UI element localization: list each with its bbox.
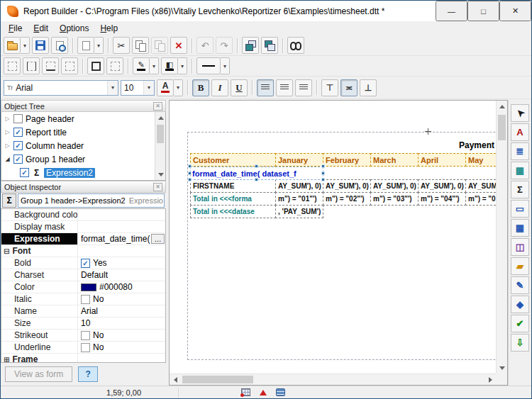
collapse-arrow-icon[interactable]: [260, 390, 267, 395]
italic-button[interactable]: I: [211, 79, 228, 96]
frame-box-button[interactable]: [87, 57, 104, 74]
line-style-button[interactable]: [196, 57, 221, 74]
detail-cell[interactable]: AY_SUM'), 0): [275, 179, 323, 193]
scroll-down-icon[interactable]: [155, 169, 166, 180]
tree-item-report-title[interactable]: ▷ ✓ Report title: [1, 125, 165, 139]
property-row-display-mask[interactable]: Display mask: [1, 221, 165, 233]
object-selector-combo[interactable]: Group 1 header->Expression2 Expressio ▾: [18, 193, 165, 208]
align-left-button[interactable]: [257, 79, 274, 96]
scrollbar-thumb[interactable]: [498, 115, 506, 140]
tree-item-page-header[interactable]: ▷ Page header: [1, 112, 165, 125]
footer-cell[interactable]: m") = "01"'): [275, 192, 323, 206]
column-header-cell[interactable]: May: [465, 153, 496, 167]
canvas-vertical-scrollbar[interactable]: [496, 101, 507, 373]
undo-button[interactable]: ↶: [196, 37, 214, 54]
property-group-frame[interactable]: ⊞ Frame: [1, 354, 165, 363]
collapse-icon[interactable]: ⊟: [4, 247, 9, 255]
frame-vertical-button[interactable]: [23, 57, 40, 74]
tree-item-group2-header[interactable]: ▷ ✓ Group 2 header: [1, 179, 165, 181]
selection-handle[interactable]: [255, 164, 258, 168]
detail-cell[interactable]: AY_SUM'), 0): [418, 179, 466, 193]
font-size-combo[interactable]: 10 ▾: [121, 80, 155, 96]
column-header-cell[interactable]: January: [275, 153, 323, 167]
chevron-down-icon[interactable]: ▾: [107, 81, 118, 95]
close-panel-icon[interactable]: ✕: [153, 102, 162, 111]
canvas-horizontal-scrollbar[interactable]: [170, 373, 496, 385]
valign-center-button[interactable]: ≍: [340, 79, 358, 96]
scroll-up-icon[interactable]: [155, 112, 166, 123]
property-group-font[interactable]: ⊟ Font: [1, 245, 165, 257]
property-row-color[interactable]: Color #000080: [1, 281, 165, 293]
new-page-dropdown[interactable]: ▾: [94, 37, 104, 54]
selection-handle[interactable]: [188, 164, 192, 168]
footer-cell[interactable]: m") = "02"'): [323, 192, 371, 206]
ellipsis-button[interactable]: …: [151, 234, 165, 244]
chevron-right-icon[interactable]: ▷: [4, 142, 11, 149]
data-grid-button[interactable]: ⇩: [511, 334, 529, 352]
line-color-button[interactable]: ✎: [133, 57, 150, 74]
menu-file[interactable]: File: [3, 22, 28, 35]
open-dropdown[interactable]: ▾: [21, 37, 30, 54]
selection-handle[interactable]: [321, 178, 325, 181]
preview-button[interactable]: [51, 37, 68, 54]
footer-cell[interactable]: m") = "03"'): [370, 192, 419, 206]
property-row-background-color[interactable]: Background color: [1, 209, 165, 221]
scroll-right-icon[interactable]: [484, 374, 496, 386]
expression-tool-button[interactable]: Σ: [511, 181, 529, 198]
column-header-cell[interactable]: March: [370, 153, 419, 167]
detail-cell[interactable]: AY_SUM': [465, 179, 496, 193]
memo-tool-button[interactable]: ≣: [511, 142, 529, 160]
database-icon[interactable]: [276, 388, 285, 396]
scroll-up-icon[interactable]: [497, 101, 508, 112]
field-grid-icon[interactable]: [241, 388, 250, 396]
detail-cell[interactable]: AY_SUM'), 0): [370, 179, 419, 193]
minimize-button[interactable]: —: [436, 1, 467, 21]
help-button[interactable]: ?: [78, 366, 98, 382]
scrollbar-thumb[interactable]: [182, 376, 253, 383]
underline-button[interactable]: U: [231, 79, 248, 96]
menu-edit[interactable]: Edit: [28, 22, 54, 35]
detail-cell[interactable]: FIRSTNAME: [190, 179, 276, 193]
grid-tool-button[interactable]: ▦: [511, 219, 529, 237]
line-style-dropdown[interactable]: ▾: [221, 57, 230, 74]
new-page-button[interactable]: [77, 37, 94, 54]
tree-scrollbar[interactable]: [155, 112, 165, 180]
fill-color-button[interactable]: ◧: [161, 57, 178, 74]
color-swatch[interactable]: [81, 283, 96, 291]
frame-dotted-button[interactable]: [61, 57, 78, 74]
scrollbar-thumb[interactable]: [157, 125, 164, 143]
checkbox-unchecked[interactable]: [13, 114, 23, 123]
property-row-italic[interactable]: Italic No: [1, 293, 165, 305]
close-button[interactable]: ✕: [499, 1, 531, 21]
footer-cell[interactable]: Total in <<<forma: [190, 192, 276, 206]
save-button[interactable]: [32, 37, 49, 54]
shape-tool-button[interactable]: ◆: [511, 296, 529, 313]
send-to-back-button[interactable]: [261, 37, 278, 54]
footer-cell[interactable]: m") = "04"'): [418, 192, 466, 206]
menu-options[interactable]: Options: [54, 22, 94, 35]
report-title-object[interactable]: Payment: [459, 140, 494, 150]
redo-button[interactable]: ↷: [216, 37, 233, 54]
checkbox-checked[interactable]: ✓: [20, 168, 29, 177]
footer-cell[interactable]: Total in <<<datase: [190, 205, 276, 218]
bold-button[interactable]: B: [192, 79, 209, 96]
footer-cell[interactable]: , 'PAY_SUM'): [275, 205, 323, 218]
chevron-down-icon[interactable]: ▾: [143, 81, 154, 95]
property-row-expression[interactable]: Expression format_date_time( dat …: [1, 233, 165, 245]
draw-tool-button[interactable]: ✎: [511, 276, 529, 294]
property-row-underline[interactable]: Underline No: [1, 342, 165, 354]
view-as-form-button[interactable]: View as form: [5, 366, 72, 382]
chevron-down-icon[interactable]: ◢: [4, 156, 11, 162]
delete-button[interactable]: ✕: [170, 37, 187, 54]
tree-item-expression2[interactable]: ✓ Σ Expression2: [1, 166, 165, 179]
checkbox-checked[interactable]: ✓: [13, 128, 23, 137]
text-tool-button[interactable]: A: [511, 123, 529, 141]
property-row-size[interactable]: Size 10: [1, 317, 165, 330]
close-panel-icon[interactable]: ✕: [153, 183, 162, 191]
property-row-strikeout[interactable]: Strikeout No: [1, 330, 165, 342]
frame-bottom-button[interactable]: [42, 57, 59, 74]
property-row-charset[interactable]: Charset Default: [1, 269, 165, 281]
copy-button[interactable]: [132, 37, 149, 54]
find-button[interactable]: [287, 37, 304, 54]
chart-tool-button[interactable]: ▰: [511, 257, 529, 275]
